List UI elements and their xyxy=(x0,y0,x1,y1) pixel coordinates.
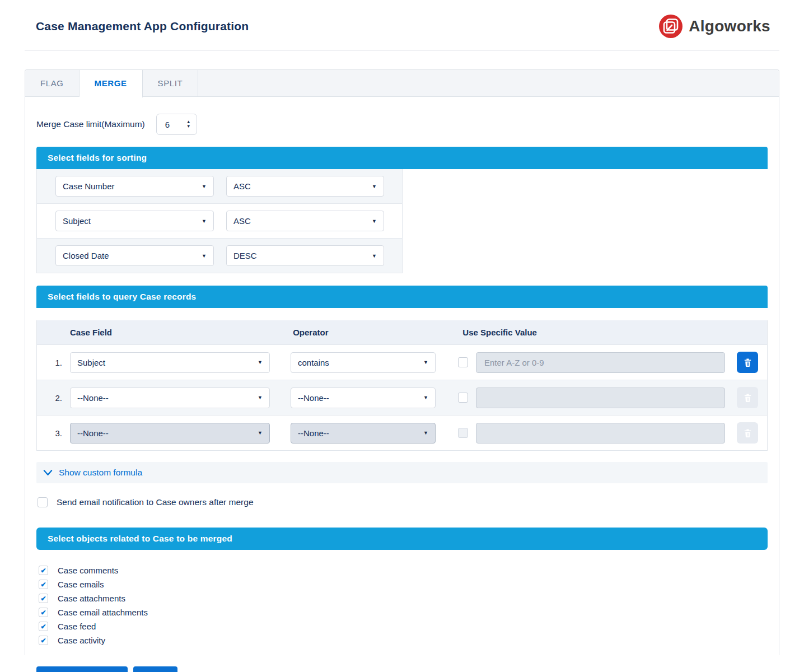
case-feed-checkbox[interactable]: ✔ xyxy=(39,622,48,631)
query-table: Case Field Operator Use Specific Value 1… xyxy=(36,320,768,451)
column-case-field: Case Field xyxy=(70,328,291,337)
sorting-section-header: Select fields for sorting xyxy=(36,147,768,169)
case-emails-checkbox[interactable]: ✔ xyxy=(39,580,48,589)
case-emails-label: Case emails xyxy=(58,580,104,589)
chevron-down-icon xyxy=(43,469,53,477)
operator-value: --None-- xyxy=(298,393,329,403)
merge-limit-input[interactable]: 6 ▲ ▼ xyxy=(156,114,197,135)
merge-tab-panel: Merge Case limit(Maximum) 6 ▲ ▼ Select f… xyxy=(25,97,779,672)
list-item: ✔ Case comments xyxy=(39,563,768,577)
brand-name: Algoworks xyxy=(689,17,770,35)
operator-select-3: --None-- ▼ xyxy=(291,423,436,444)
case-attachments-checkbox[interactable]: ✔ xyxy=(39,594,48,603)
dropdown-caret-icon: ▼ xyxy=(372,184,377,189)
case-field-value: --None-- xyxy=(77,393,109,403)
sort-order-select-1[interactable]: ASC ▼ xyxy=(226,176,384,197)
check-icon: ✔ xyxy=(40,567,46,574)
dropdown-caret-icon: ▼ xyxy=(258,430,263,436)
query-row-3: 3. --None-- ▼ --None-- ▼ xyxy=(37,416,767,450)
delete-row-button-1[interactable] xyxy=(737,352,758,373)
show-custom-formula-label: Show custom formula xyxy=(59,468,142,478)
sorting-table: Case Number ▼ ASC ▼ Subject ▼ ASC ▼ xyxy=(36,169,403,273)
check-icon: ✔ xyxy=(40,595,46,602)
use-value-checkbox-1[interactable] xyxy=(458,357,468,367)
sort-order-select-3[interactable]: DESC ▼ xyxy=(226,245,384,266)
delete-row-button-2 xyxy=(737,387,758,408)
list-item: ✔ Case activity xyxy=(39,633,768,647)
use-value-checkbox-3 xyxy=(458,428,468,438)
sort-order-select-2[interactable]: ASC ▼ xyxy=(226,211,384,231)
page-title: Case Management App Configuration xyxy=(36,20,249,33)
row-number: 2. xyxy=(37,393,62,403)
trash-icon xyxy=(743,358,752,367)
specific-value-input-3 xyxy=(476,423,725,444)
case-activity-label: Case activity xyxy=(58,636,105,645)
case-field-value: --None-- xyxy=(77,428,109,438)
sort-row: Case Number ▼ ASC ▼ xyxy=(37,169,402,204)
operator-select-1[interactable]: contains ▼ xyxy=(291,352,436,373)
merge-limit-row: Merge Case limit(Maximum) 6 ▲ ▼ xyxy=(36,114,768,135)
dropdown-caret-icon: ▼ xyxy=(423,395,428,400)
tab-merge[interactable]: MERGE xyxy=(80,70,143,97)
trash-icon xyxy=(743,393,752,403)
sort-field-select-2[interactable]: Subject ▼ xyxy=(55,211,214,231)
sort-order-value: ASC xyxy=(233,181,251,191)
related-objects-list: ✔ Case comments ✔ Case emails ✔ Case att… xyxy=(36,563,768,647)
sort-field-select-3[interactable]: Closed Date ▼ xyxy=(55,245,214,266)
brand-logo: Algoworks xyxy=(658,13,770,39)
trash-icon xyxy=(743,428,752,438)
query-row-1: 1. Subject ▼ contains ▼ xyxy=(37,345,767,380)
tab-split[interactable]: SPLIT xyxy=(143,70,199,96)
dropdown-caret-icon: ▼ xyxy=(258,395,263,400)
show-custom-formula-toggle[interactable]: Show custom formula xyxy=(36,462,768,483)
validate-and-save-button[interactable]: Validate and Save xyxy=(36,666,128,672)
delete-row-button-3 xyxy=(737,422,758,444)
sort-order-value: ASC xyxy=(233,216,251,226)
operator-select-2[interactable]: --None-- ▼ xyxy=(291,388,436,408)
sort-row: Subject ▼ ASC ▼ xyxy=(37,204,402,239)
email-notification-checkbox[interactable] xyxy=(38,497,48,507)
sort-field-value: Subject xyxy=(63,216,91,226)
list-item: ✔ Case attachments xyxy=(39,591,768,605)
case-field-select-1[interactable]: Subject ▼ xyxy=(70,352,270,373)
check-icon: ✔ xyxy=(40,581,46,588)
case-comments-checkbox[interactable]: ✔ xyxy=(39,566,48,575)
use-value-checkbox-2[interactable] xyxy=(458,393,468,403)
column-operator: Operator xyxy=(293,328,460,337)
query-section-header: Select fields to query Case records xyxy=(36,286,768,308)
row-number: 3. xyxy=(37,428,62,438)
list-item: ✔ Case feed xyxy=(39,619,768,633)
row-number: 1. xyxy=(37,358,62,367)
sort-field-select-1[interactable]: Case Number ▼ xyxy=(55,176,214,197)
dropdown-caret-icon: ▼ xyxy=(372,253,377,259)
page-header: Case Management App Configuration Algowo… xyxy=(25,0,779,51)
dropdown-caret-icon: ▼ xyxy=(202,253,207,259)
sort-row: Closed Date ▼ DESC ▼ xyxy=(37,239,402,273)
check-icon: ✔ xyxy=(40,637,46,644)
specific-value-input-2 xyxy=(476,388,725,408)
case-field-select-3: --None-- ▼ xyxy=(70,423,270,444)
case-email-attachments-checkbox[interactable]: ✔ xyxy=(39,608,48,617)
email-notification-row: Send email notification to Case owners a… xyxy=(36,497,768,507)
specific-value-input-1[interactable] xyxy=(476,352,725,373)
dropdown-caret-icon: ▼ xyxy=(423,360,428,365)
operator-value: contains xyxy=(298,358,329,367)
case-field-select-2[interactable]: --None-- ▼ xyxy=(70,388,270,408)
reset-button[interactable]: Reset xyxy=(133,666,178,672)
objects-section-header: Select objects related to Case to be mer… xyxy=(36,528,768,550)
number-spinner[interactable]: ▲ ▼ xyxy=(186,120,191,129)
check-icon: ✔ xyxy=(40,623,46,630)
case-field-value: Subject xyxy=(77,358,105,367)
sort-order-value: DESC xyxy=(233,251,257,260)
email-notification-label: Send email notification to Case owners a… xyxy=(57,497,254,507)
list-item: ✔ Case email attachments xyxy=(39,605,768,619)
dropdown-caret-icon: ▼ xyxy=(202,218,207,224)
query-row-2: 2. --None-- ▼ --None-- ▼ xyxy=(37,380,767,416)
column-use-specific-value: Use Specific Value xyxy=(462,328,537,337)
spinner-down-icon[interactable]: ▼ xyxy=(186,124,191,129)
tab-flag[interactable]: FLAG xyxy=(25,70,80,96)
case-activity-checkbox[interactable]: ✔ xyxy=(39,636,48,645)
case-email-attachments-label: Case email attachments xyxy=(58,608,148,617)
dropdown-caret-icon: ▼ xyxy=(258,360,263,365)
case-comments-label: Case comments xyxy=(58,566,118,575)
